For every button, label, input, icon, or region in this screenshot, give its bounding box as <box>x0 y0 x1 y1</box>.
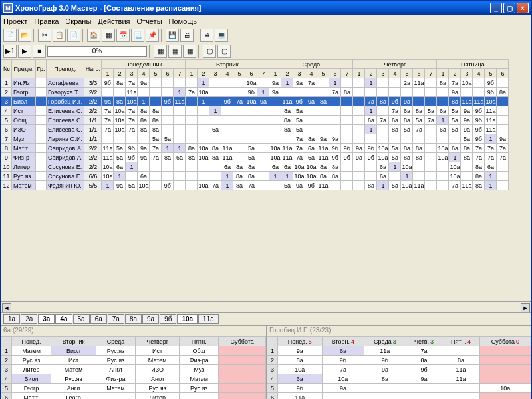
tab-6а[interactable]: 6а <box>90 314 107 324</box>
cell[interactable]: 7а <box>209 181 221 190</box>
cell[interactable] <box>461 162 473 172</box>
cell[interactable] <box>257 172 269 181</box>
new-icon[interactable]: 📄 <box>3 29 17 42</box>
cell[interactable]: 10а <box>485 97 497 106</box>
cell[interactable]: 10а <box>293 172 305 181</box>
cell[interactable] <box>150 78 162 88</box>
cell[interactable] <box>233 153 245 162</box>
cell[interactable] <box>365 172 377 181</box>
cell[interactable]: 8а <box>401 144 413 153</box>
cell[interactable]: 9а <box>497 134 509 144</box>
class-row[interactable]: 3ЛитерМатемАнглИЗОМуз <box>1 365 266 374</box>
cell[interactable]: 11а <box>317 144 329 153</box>
cell[interactable]: 9а <box>269 88 281 97</box>
cell[interactable] <box>114 134 126 144</box>
cell[interactable]: 9б <box>341 144 353 153</box>
cell[interactable] <box>186 78 198 88</box>
cell[interactable] <box>377 125 389 134</box>
cut-icon[interactable]: ✂ <box>38 29 51 42</box>
cell[interactable] <box>162 172 174 181</box>
cell[interactable]: 7а <box>389 106 401 116</box>
cell[interactable]: 9а <box>449 88 461 97</box>
cell[interactable] <box>329 125 341 134</box>
cell[interactable] <box>162 78 174 88</box>
tab-9б[interactable]: 9б <box>160 314 176 324</box>
cell[interactable]: 11а <box>221 153 233 162</box>
cell[interactable]: 8а <box>401 153 413 162</box>
cell[interactable] <box>257 134 269 144</box>
cell[interactable]: 10а <box>126 97 138 106</box>
cell[interactable]: 11а <box>102 144 114 153</box>
cell[interactable]: 8а <box>233 162 245 172</box>
cell[interactable]: 8а <box>341 88 353 97</box>
paste-icon[interactable]: 📄 <box>67 29 80 42</box>
cell[interactable]: 1 <box>198 78 209 88</box>
teacher-row[interactable]: 310а7а9а9б11а <box>267 365 531 374</box>
schedule-row[interactable]: 8Мат.т.Свиридов А.2/211а5а9б9а7а118а10а8… <box>1 144 509 153</box>
cell[interactable]: 9а <box>317 134 329 144</box>
cell[interactable]: 10а <box>269 153 281 162</box>
display-icon[interactable]: 🖥 <box>200 29 213 42</box>
cell[interactable] <box>353 134 365 144</box>
cell[interactable] <box>281 88 293 97</box>
cell[interactable]: 9а <box>114 181 126 190</box>
cell[interactable]: 1 <box>102 181 114 190</box>
cell[interactable]: 11а <box>413 181 425 190</box>
tab-2а[interactable]: 2а <box>21 314 37 324</box>
cell[interactable] <box>425 125 437 134</box>
cell[interactable] <box>305 88 317 97</box>
cell[interactable] <box>401 134 413 144</box>
cell[interactable] <box>497 172 509 181</box>
cell[interactable]: 5а <box>245 153 257 162</box>
teacher-row[interactable]: 28а9б9б8а8а <box>267 356 531 365</box>
cell[interactable]: 8а <box>317 162 329 172</box>
menu-Помощь[interactable]: Помощь <box>169 17 198 25</box>
cell[interactable] <box>162 88 174 97</box>
cell[interactable]: 10а <box>401 162 413 172</box>
cell[interactable] <box>329 97 341 106</box>
cell[interactable]: 10а <box>245 78 257 88</box>
menu-Отчеты[interactable]: Отчеты <box>137 17 162 25</box>
cell[interactable]: 10а <box>102 172 114 181</box>
cell[interactable]: 8а <box>413 106 425 116</box>
cell[interactable]: 8а <box>449 97 461 106</box>
cell[interactable] <box>377 134 389 144</box>
cell[interactable] <box>413 97 425 106</box>
maximize-button[interactable]: ▢ <box>503 3 515 13</box>
cell[interactable] <box>221 78 233 88</box>
cell[interactable]: 1 <box>174 88 186 97</box>
cell[interactable] <box>174 78 186 88</box>
cell[interactable]: 1 <box>365 78 377 88</box>
cell[interactable] <box>126 134 138 144</box>
cell[interactable]: 5а <box>245 144 257 153</box>
stop-icon[interactable]: ■ <box>33 45 46 58</box>
cell[interactable]: 8а <box>162 153 174 162</box>
print-icon[interactable]: 🖨 <box>180 29 194 42</box>
class-row[interactable]: 5ГеогрАнглМатемРус.язРус.яз <box>1 384 266 393</box>
cell[interactable] <box>341 78 353 88</box>
cell[interactable]: 8а <box>473 181 485 190</box>
cell[interactable] <box>233 116 245 125</box>
cell[interactable] <box>329 116 341 125</box>
cell[interactable]: 7а <box>305 78 317 88</box>
cell[interactable]: 7а <box>150 153 162 162</box>
cell[interactable]: 2а <box>401 78 413 88</box>
cell[interactable] <box>305 116 317 125</box>
cell[interactable]: 5а <box>449 116 461 125</box>
cell[interactable]: 7а <box>473 153 485 162</box>
cell[interactable] <box>317 106 329 116</box>
cell[interactable] <box>317 78 329 88</box>
cell[interactable] <box>245 125 257 134</box>
cell[interactable]: 8а <box>245 162 257 172</box>
save-icon[interactable]: 💾 <box>166 29 179 42</box>
cell[interactable]: 6а <box>174 153 186 162</box>
cell[interactable]: 11а <box>174 97 186 106</box>
cell[interactable] <box>341 106 353 116</box>
cell[interactable]: 9б <box>473 106 485 116</box>
cell[interactable]: 11а <box>461 181 473 190</box>
cell[interactable]: 10а <box>198 88 209 97</box>
cell[interactable] <box>257 162 269 172</box>
scroll-left-icon[interactable]: ◄ <box>2 303 11 313</box>
cell[interactable]: 1 <box>257 88 269 97</box>
cell[interactable] <box>221 106 233 116</box>
